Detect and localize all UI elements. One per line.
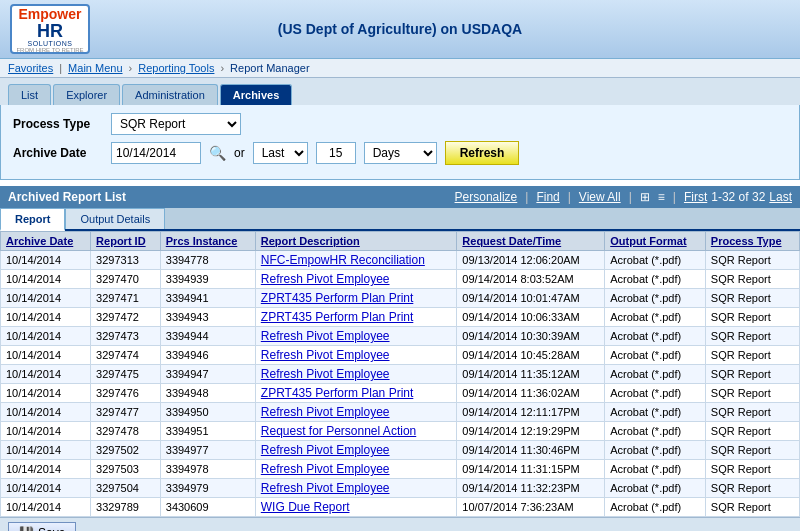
table-cell[interactable]: Refresh Pivot Employee [255,460,457,479]
last-select[interactable]: Last Next [253,142,308,164]
table-cell: 3394951 [160,422,255,441]
report-description-link[interactable]: Refresh Pivot Employee [261,329,390,343]
tab-archives[interactable]: Archives [220,84,292,105]
table-cell: SQR Report [705,308,799,327]
th-report-description[interactable]: Report Description [255,232,457,251]
report-list-header: Archived Report List Personalize | Find … [0,186,800,208]
logo-tagline: FROM HIRE TO RETIRE [16,47,83,53]
report-description-link[interactable]: WIG Due Report [261,500,350,514]
logo-hr: HR [37,22,63,40]
report-description-link[interactable]: ZPRT435 Perform Plan Print [261,386,414,400]
archive-date-search-button[interactable]: 🔍 [209,145,226,161]
table-cell: 09/14/2014 12:19:29PM [457,422,605,441]
tab-list[interactable]: List [8,84,51,105]
table-cell[interactable]: Refresh Pivot Employee [255,403,457,422]
table-cell: Acrobat (*.pdf) [605,251,706,270]
form-row-process-type: Process Type SQR Report Application Engi… [13,113,787,135]
report-description-link[interactable]: Refresh Pivot Employee [261,405,390,419]
table-cell[interactable]: NFC-EmpowHR Reconciliation [255,251,457,270]
report-description-link[interactable]: Refresh Pivot Employee [261,462,390,476]
nav-main-menu[interactable]: Main Menu [68,62,122,74]
table-cell: Acrobat (*.pdf) [605,270,706,289]
data-table: Archive Date Report ID Prcs Instance Rep… [0,231,800,517]
th-request-date-time[interactable]: Request Date/Time [457,232,605,251]
table-cell[interactable]: Refresh Pivot Employee [255,441,457,460]
table-cell: Acrobat (*.pdf) [605,346,706,365]
table-cell: 10/14/2014 [1,308,91,327]
nav-favorites[interactable]: Favorites [8,62,53,74]
th-prcs-instance[interactable]: Prcs Instance [160,232,255,251]
logo-area: Empower HR SOLUTIONS FROM HIRE TO RETIRE [10,4,90,54]
personalize-link[interactable]: Personalize [455,190,518,204]
last-page-link[interactable]: Last [769,190,792,204]
table-cell: 10/14/2014 [1,498,91,517]
view-all-link[interactable]: View All [579,190,621,204]
th-report-id[interactable]: Report ID [91,232,161,251]
table-cell: SQR Report [705,403,799,422]
report-description-link[interactable]: Refresh Pivot Employee [261,272,390,286]
table-cell: 3394946 [160,346,255,365]
refresh-button[interactable]: Refresh [445,141,520,165]
sub-tabs: Report Output Details [0,208,800,231]
table-cell: 10/14/2014 [1,346,91,365]
grid-icon: ⊞ [640,190,650,204]
table-row: 10/14/201432974703394939Refresh Pivot Em… [1,270,800,289]
table-row: 10/14/201432973133394778NFC-EmpowHR Reco… [1,251,800,270]
report-description-link[interactable]: ZPRT435 Perform Plan Print [261,310,414,324]
table-cell[interactable]: Refresh Pivot Employee [255,346,457,365]
archive-date-label: Archive Date [13,146,103,160]
table-row: 10/14/201432974773394950Refresh Pivot Em… [1,403,800,422]
table-cell[interactable]: Refresh Pivot Employee [255,270,457,289]
table-cell: SQR Report [705,365,799,384]
table-cell[interactable]: Refresh Pivot Employee [255,479,457,498]
table-cell: 3394947 [160,365,255,384]
save-button[interactable]: 💾 Save [8,522,76,531]
header-title: (US Dept of Agriculture) on USDAQA [90,21,710,37]
archive-date-input[interactable] [111,142,201,164]
table-cell: 10/14/2014 [1,479,91,498]
table-cell: 3394978 [160,460,255,479]
table-cell: SQR Report [705,422,799,441]
days-input[interactable] [316,142,356,164]
table-cell: Acrobat (*.pdf) [605,289,706,308]
table-cell: 3329789 [91,498,161,517]
report-description-link[interactable]: Refresh Pivot Employee [261,443,390,457]
days-unit-select[interactable]: Days Hours Minutes [364,142,437,164]
th-archive-date[interactable]: Archive Date [1,232,91,251]
table-cell: 09/14/2014 11:35:12AM [457,365,605,384]
report-description-link[interactable]: Request for Personnel Action [261,424,416,438]
table-cell: 3297476 [91,384,161,403]
nav-sep1: | [59,62,62,74]
table-cell[interactable]: ZPRT435 Perform Plan Print [255,308,457,327]
table-cell: 3297473 [91,327,161,346]
th-output-format[interactable]: Output Format [605,232,706,251]
process-type-select[interactable]: SQR Report Application Engine COBOL SQL … [111,113,241,135]
report-list-title: Archived Report List [8,190,126,204]
sub-tab-report[interactable]: Report [0,208,65,231]
table-cell[interactable]: Request for Personnel Action [255,422,457,441]
table-cell: 09/14/2014 8:03:52AM [457,270,605,289]
table-cell[interactable]: ZPRT435 Perform Plan Print [255,289,457,308]
table-cell[interactable]: Refresh Pivot Employee [255,365,457,384]
report-description-link[interactable]: Refresh Pivot Employee [261,481,390,495]
find-link[interactable]: Find [536,190,559,204]
table-cell[interactable]: Refresh Pivot Employee [255,327,457,346]
report-description-link[interactable]: ZPRT435 Perform Plan Print [261,291,414,305]
tab-area: List Explorer Administration Archives [0,78,800,105]
table-cell: 3394944 [160,327,255,346]
nav-reporting-tools[interactable]: Reporting Tools [138,62,214,74]
sub-tab-output-details[interactable]: Output Details [65,208,165,229]
report-description-link[interactable]: NFC-EmpowHR Reconciliation [261,253,425,267]
table-cell[interactable]: WIG Due Report [255,498,457,517]
top-header: Empower HR SOLUTIONS FROM HIRE TO RETIRE… [0,0,800,59]
table-cell: SQR Report [705,479,799,498]
table-cell[interactable]: ZPRT435 Perform Plan Print [255,384,457,403]
report-description-link[interactable]: Refresh Pivot Employee [261,367,390,381]
tab-explorer[interactable]: Explorer [53,84,120,105]
th-process-type[interactable]: Process Type [705,232,799,251]
save-label: Save [38,526,65,531]
report-description-link[interactable]: Refresh Pivot Employee [261,348,390,362]
table-cell: SQR Report [705,384,799,403]
tab-administration[interactable]: Administration [122,84,218,105]
first-page-link[interactable]: First [684,190,707,204]
